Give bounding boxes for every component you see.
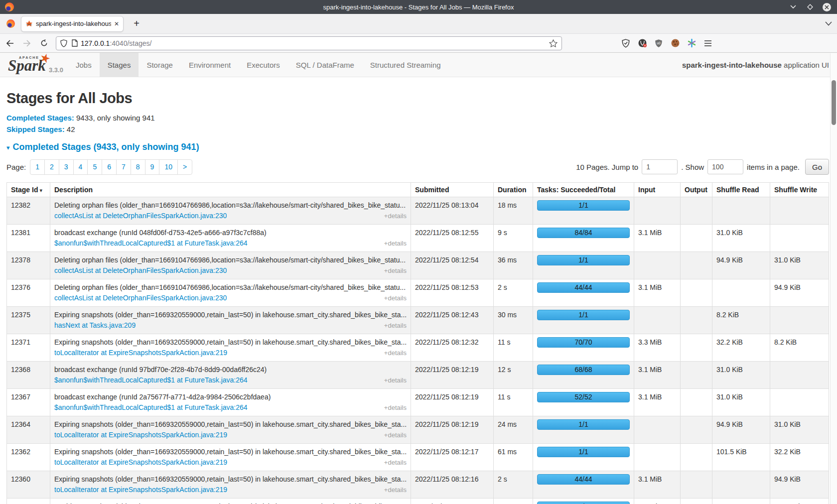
details-toggle[interactable]: +details (384, 402, 407, 413)
details-toggle[interactable]: +details (384, 293, 407, 303)
stage-detail-link[interactable]: toLocalIterator at ExpireSnapshotsSparkA… (54, 457, 227, 468)
extension-cookie-icon[interactable] (670, 38, 680, 48)
extension-privacy-badge-icon[interactable] (637, 38, 647, 48)
details-toggle[interactable]: +details (384, 348, 407, 358)
vertical-scrollbar[interactable] (830, 53, 837, 504)
extension-colorful-asterisk-icon[interactable] (687, 38, 697, 48)
column-header-output[interactable]: Output (681, 183, 712, 197)
details-toggle[interactable]: +details (384, 485, 407, 495)
output-cell (681, 307, 712, 334)
back-button[interactable] (3, 36, 17, 50)
bookmark-star-icon[interactable] (549, 39, 558, 47)
stage-id-cell: 12376 (7, 279, 50, 307)
submitted-cell: 2022/11/25 08:12:55 (411, 225, 494, 252)
stage-detail-link[interactable]: hasNext at Tasks.java:209 (54, 320, 136, 331)
shuffle-read-cell (712, 197, 770, 225)
application-name: spark-ingest-into-lakehouse (682, 61, 782, 69)
page-button-3[interactable]: 3 (59, 159, 74, 175)
stage-id-cell: 12359 (7, 499, 50, 504)
window-title: spark-ingest-into-lakehouse - Stages for… (0, 3, 837, 11)
close-button[interactable] (823, 3, 831, 11)
input-cell: 3.3 MiB (634, 499, 681, 504)
completed-stages-section-header[interactable]: ▾Completed Stages (9433, only showing 94… (6, 142, 829, 152)
column-header-shuffle-write[interactable]: Shuffle Write (770, 183, 829, 197)
tasks-cell: 44/44 (533, 471, 634, 499)
column-header-stage-id[interactable]: Stage Id ▾ (7, 183, 50, 197)
reload-button[interactable] (37, 36, 51, 50)
nav-item-structured-streaming[interactable]: Structured Streaming (362, 53, 449, 77)
go-button[interactable]: Go (805, 159, 829, 175)
page-info-icon[interactable] (72, 39, 78, 47)
column-header-input[interactable]: Input (634, 183, 681, 197)
page-button-1[interactable]: 1 (30, 159, 45, 175)
stage-row-12375: 12375Expiring snapshots (older_than=1669… (7, 307, 829, 334)
submitted-cell: 2022/11/25 08:12:16 (411, 499, 494, 504)
page-button-2[interactable]: 2 (44, 159, 59, 175)
skipped-stages-label[interactable]: Skipped Stages: (6, 125, 65, 133)
stage-detail-link[interactable]: $anonfun$withThreadLocalCaptured$1 at Fu… (54, 402, 248, 413)
details-toggle[interactable]: +details (384, 430, 407, 440)
details-toggle[interactable]: +details (384, 238, 407, 249)
nav-item-jobs[interactable]: Jobs (68, 53, 100, 77)
page-button-6[interactable]: 6 (102, 159, 117, 175)
stage-detail-link[interactable]: collectAsList at DeleteOrphanFilesSparkA… (54, 265, 227, 276)
nav-item-sql-dataframe[interactable]: SQL / DataFrame (288, 53, 362, 77)
next-page-button[interactable]: > (177, 159, 192, 175)
stage-detail-link[interactable]: toLocalIterator at ExpireSnapshotsSparkA… (54, 348, 227, 358)
details-toggle[interactable]: +details (384, 265, 407, 276)
svg-text:u0: u0 (657, 41, 661, 44)
stage-description: Expiring snapshots (older_than=166932055… (54, 337, 407, 348)
nav-item-executors[interactable]: Executors (239, 53, 288, 77)
column-header-shuffle-read[interactable]: Shuffle Read (712, 183, 770, 197)
tab-close-icon[interactable]: ✕ (111, 20, 119, 27)
new-tab-button[interactable]: + (130, 17, 143, 31)
tracking-shield-icon[interactable] (60, 39, 67, 47)
details-toggle[interactable]: +details (384, 211, 407, 221)
page-button-9[interactable]: 9 (145, 159, 160, 175)
output-cell (681, 252, 712, 279)
minimize-button[interactable] (789, 2, 798, 11)
page-button-7[interactable]: 7 (116, 159, 131, 175)
description-cell: Expiring snapshots (older_than=166932055… (50, 416, 411, 444)
stage-id-cell: 12368 (7, 362, 50, 389)
tasks-cell: 1/1 (533, 416, 634, 444)
page-button-4[interactable]: 4 (73, 159, 88, 175)
nav-item-stages[interactable]: Stages (100, 53, 139, 77)
stage-detail-link[interactable]: $anonfun$withThreadLocalCaptured$1 at Fu… (54, 375, 248, 385)
nav-item-environment[interactable]: Environment (181, 53, 239, 77)
url-bar[interactable]: 127.0.0.1:4040/stages/ (56, 36, 562, 50)
details-toggle[interactable]: +details (384, 375, 407, 385)
stage-detail-link[interactable]: collectAsList at DeleteOrphanFilesSparkA… (54, 211, 227, 221)
duration-cell: 9 s (494, 225, 533, 252)
details-toggle[interactable]: +details (384, 320, 407, 331)
extension-shield-check-icon[interactable] (621, 38, 631, 48)
column-header-duration[interactable]: Duration (494, 183, 533, 197)
forward-button[interactable] (20, 36, 34, 50)
completed-stages-label[interactable]: Completed Stages: (6, 114, 74, 122)
spark-logo[interactable]: APACHE Spark ★ 3.3.0 (7, 53, 68, 77)
list-all-tabs-icon[interactable] (825, 21, 832, 26)
items-per-page-input[interactable] (707, 159, 743, 174)
page-button-10[interactable]: 10 (159, 159, 178, 175)
url-text[interactable]: 127.0.0.1:4040/stages/ (81, 39, 549, 47)
input-cell (634, 252, 681, 279)
maximize-button[interactable] (806, 2, 815, 11)
page-button-5[interactable]: 5 (87, 159, 102, 175)
stage-detail-link[interactable]: toLocalIterator at ExpireSnapshotsSparkA… (54, 485, 227, 495)
scrollbar-thumb[interactable] (832, 80, 836, 125)
hamburger-menu-icon[interactable] (703, 38, 713, 48)
stage-detail-link[interactable]: collectAsList at DeleteOrphanFilesSparkA… (54, 293, 227, 303)
stage-detail-link[interactable]: $anonfun$withThreadLocalCaptured$1 at Fu… (54, 238, 248, 249)
extension-ublock-icon[interactable]: u0 (654, 38, 664, 48)
nav-item-storage[interactable]: Storage (139, 53, 181, 77)
column-header-submitted[interactable]: Submitted (411, 183, 494, 197)
column-header-description[interactable]: Description (50, 183, 411, 197)
description-cell: Expiring snapshots (older_than=166932055… (50, 307, 411, 334)
shuffle-read-cell (712, 471, 770, 499)
column-header-tasks-succeeded-total[interactable]: Tasks: Succeeded/Total (533, 183, 634, 197)
details-toggle[interactable]: +details (384, 457, 407, 468)
jump-to-page-input[interactable] (642, 159, 678, 174)
page-button-8[interactable]: 8 (131, 159, 145, 175)
stage-detail-link[interactable]: toLocalIterator at ExpireSnapshotsSparkA… (54, 430, 227, 440)
browser-tab[interactable]: spark-ingest-into-lakehous ✕ (21, 16, 124, 32)
